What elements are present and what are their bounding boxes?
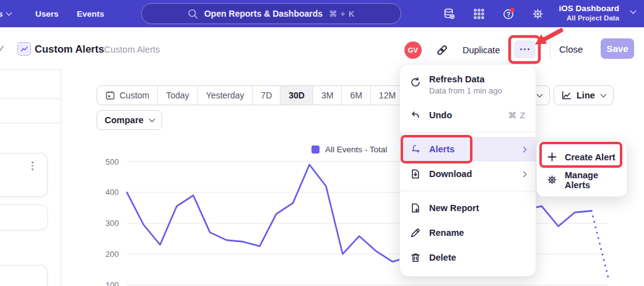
report-header: Custom Alerts Custom Alerts GV Duplicate… — [0, 27, 644, 64]
menu-rename-label: Rename — [429, 228, 464, 238]
range-label: Yesterday — [206, 90, 245, 100]
range-3m[interactable]: 3M — [313, 86, 341, 105]
save-button[interactable]: Save — [601, 38, 634, 59]
range-yesterday[interactable]: Yesterday — [198, 86, 253, 105]
project-switcher[interactable]: iOS Dashboard All Project Data — [559, 3, 619, 22]
sidebar-border — [61, 69, 61, 286]
manage-alerts-label: Manage Alerts — [565, 170, 617, 190]
chevron-right-icon — [521, 171, 527, 177]
range-label: 30D — [289, 90, 305, 100]
more-options-menu: Refresh Data Data from 1 min ago Undo ⌘ … — [399, 64, 536, 277]
app-window: s Users Events Open Reports & Dashboards… — [0, 0, 644, 286]
menu-new-report-label: New Report — [429, 203, 479, 213]
alerts-submenu: Create Alert Manage Alerts — [536, 140, 627, 197]
range-label: 12M — [379, 90, 396, 100]
top-nav: s Users Events Open Reports & Dashboards… — [0, 0, 644, 27]
range-6m[interactable]: 6M — [341, 86, 370, 105]
create-alert-label: Create Alert — [565, 152, 616, 162]
refresh-icon — [410, 77, 421, 88]
menu-divider — [400, 191, 536, 191]
chart-type-button[interactable]: Line — [554, 85, 614, 105]
svg-text:?: ? — [507, 11, 510, 18]
menu-refresh-sublabel: Data from 1 min ago — [429, 86, 502, 95]
menu-item-alerts[interactable]: Alerts — [400, 137, 536, 162]
sidebar-divider — [0, 123, 61, 123]
report-type-icon — [17, 42, 31, 56]
search-icon — [188, 9, 198, 19]
nav-item-users[interactable]: Users — [35, 0, 59, 27]
chevron-down-icon — [6, 9, 12, 15]
global-search-button[interactable]: Open Reports & Dashboards ⌘ + K — [141, 3, 401, 24]
divider — [550, 41, 550, 59]
help-icon[interactable]: ? — [502, 7, 515, 20]
range-today[interactable]: Today — [157, 86, 197, 105]
sidebar-card[interactable] — [0, 153, 48, 197]
y-axis-tick-label: 400 — [105, 188, 119, 197]
avatar[interactable]: GV — [404, 41, 422, 59]
range-custom[interactable]: Custom — [97, 86, 157, 105]
menu-delete-label: Delete — [429, 253, 456, 262]
undo-icon — [410, 110, 421, 121]
menu-item-delete[interactable]: Delete — [400, 245, 536, 270]
trash-icon — [410, 252, 421, 263]
submenu-item-manage-alerts[interactable]: Manage Alerts — [537, 168, 627, 191]
y-axis-tick-label: 100 — [105, 280, 119, 286]
chevron-right-icon — [521, 146, 527, 152]
pencil-icon — [410, 227, 421, 238]
y-axis-tick-label: 500 — [105, 157, 119, 167]
notification-dot — [510, 8, 515, 12]
range-label: 6M — [350, 90, 362, 100]
chart-type-label: Line — [577, 90, 595, 100]
gear-icon — [547, 175, 557, 185]
data-icon[interactable] — [443, 7, 456, 20]
range-12m[interactable]: 12M — [370, 86, 404, 105]
search-shortcut: ⌘ + K — [329, 9, 355, 19]
menu-refresh-label: Refresh Data — [429, 74, 502, 84]
range-30d-active[interactable]: 30D — [280, 86, 313, 105]
more-options-button[interactable] — [514, 40, 536, 58]
range-7d[interactable]: 7D — [252, 86, 280, 105]
sidebar-card[interactable] — [0, 265, 48, 286]
series-line-projection-dotted — [591, 211, 608, 277]
range-label: 3M — [321, 90, 333, 100]
chevron-down-icon — [537, 91, 543, 97]
menu-undo-shortcut: ⌘ Z — [508, 110, 526, 120]
nav-item-cut[interactable]: s — [0, 0, 11, 27]
line-chart-icon — [562, 90, 572, 100]
chevron-down-icon — [630, 8, 637, 14]
settings-icon[interactable] — [531, 7, 544, 20]
duplicate-button[interactable]: Duplicate — [463, 45, 500, 55]
range-label: Today — [166, 90, 189, 100]
menu-item-rename[interactable]: Rename — [400, 220, 536, 245]
menu-download-label: Download — [429, 169, 472, 179]
menu-item-new-report[interactable]: New Report — [400, 196, 536, 220]
y-axis-tick-label: 200 — [105, 249, 119, 259]
apps-grid-icon[interactable] — [472, 7, 485, 20]
project-subtitle: All Project Data — [559, 14, 619, 22]
plus-icon — [547, 152, 557, 162]
sidebar-divider — [0, 98, 61, 99]
sidebar-divider — [0, 69, 61, 70]
y-axis-tick-label: 300 — [105, 219, 119, 228]
legend-swatch — [311, 145, 320, 154]
date-range-control: Custom Today Yesterday 7D 30D 3M 6M 12M — [97, 85, 404, 105]
kebab-menu-icon[interactable] — [32, 162, 33, 170]
sidebar-card[interactable] — [0, 204, 48, 230]
document-plus-icon — [410, 202, 421, 214]
menu-item-undo[interactable]: Undo ⌘ Z — [400, 103, 536, 128]
search-placeholder: Open Reports & Dashboards — [204, 9, 323, 19]
close-button[interactable]: Close — [559, 44, 583, 54]
share-link-icon[interactable] — [435, 43, 449, 57]
legend-item[interactable]: All Events - Total — [311, 145, 387, 154]
menu-item-download[interactable]: Download — [400, 162, 536, 186]
nav-events-label: Events — [77, 9, 104, 19]
calendar-icon — [105, 90, 115, 100]
chevron-down-icon — [600, 91, 606, 97]
submenu-item-create-alert[interactable]: Create Alert — [537, 145, 627, 168]
menu-item-refresh-data[interactable]: Refresh Data Data from 1 min ago — [400, 71, 536, 103]
menu-undo-label: Undo — [429, 110, 452, 120]
nav-item-events[interactable]: Events — [77, 0, 104, 27]
breadcrumb: Custom Alerts — [104, 45, 160, 54]
nav-users-label: Users — [35, 9, 59, 19]
project-title: iOS Dashboard — [559, 3, 619, 14]
